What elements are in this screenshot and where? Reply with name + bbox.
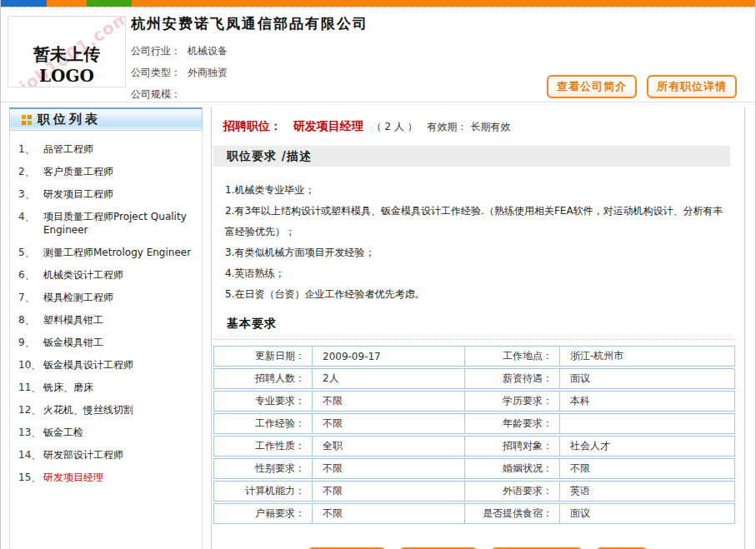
row-value: 2009-09-17: [313, 347, 465, 366]
job-list-item-4[interactable]: 4、项目质量工程师Project Quality Engineer: [18, 210, 197, 237]
item-label: 模具检测工程师: [43, 291, 113, 304]
item-label: 火花机、慢丝线切割: [43, 403, 133, 417]
company-industry-value: 机械设备: [188, 45, 228, 57]
row-value: 2人: [313, 369, 465, 388]
job-detail-panel: 招聘职位： 研发项目经理 （ 2 人 ） 有效期： 长期有效 职位要求 /描述 …: [211, 107, 745, 549]
row-label: 性别要求：: [214, 459, 313, 478]
job-list-item-13[interactable]: 13、钣金工检: [18, 426, 197, 439]
row-label: 计算机能力：: [214, 482, 313, 501]
row-value: 不限: [313, 482, 465, 501]
item-label: 塑料模具钳工: [43, 313, 103, 327]
row-value: 浙江-杭州市: [560, 347, 734, 366]
row-label: 工作性质：: [214, 437, 313, 456]
item-label: 研发部设计工程师: [43, 448, 123, 462]
item-number: 6、: [18, 268, 43, 282]
section-title-requirements: 职位要求 /描述: [213, 146, 730, 167]
item-label: 机械类设计工程师: [43, 268, 123, 282]
table-row: 更新日期： 2009-09-17 工作地点： 浙江-杭州市: [213, 346, 735, 367]
row-value: 英语: [560, 482, 734, 501]
table-row: 工作经验： 不限 年龄要求：: [213, 413, 735, 434]
company-type-value: 外商独资: [188, 67, 228, 78]
item-label: 研发项目经理: [43, 471, 103, 484]
item-label: 钣金模具钳工: [43, 336, 103, 349]
item-number: 5、: [18, 246, 43, 259]
table-row: 户籍要求： 不限 是否提供食宿： 面议: [213, 503, 735, 524]
job-list-item-12[interactable]: 12、火花机、慢丝线切割: [18, 403, 197, 417]
row-label: 外语要求：: [465, 482, 560, 501]
description-line-4: 4.英语熟练；: [225, 263, 725, 284]
row-label: 年龄要求：: [465, 414, 560, 433]
company-type-row: 公司类型：外商独资: [131, 62, 368, 83]
row-label: 招聘对象：: [465, 437, 560, 456]
row-value: 不限: [313, 392, 465, 411]
header-buttons: 查看公司简介 所有职位详情: [547, 75, 737, 98]
topbar-segment-green: [87, 0, 132, 7]
job-list-item-2[interactable]: 2、客户质量工程师: [18, 165, 197, 178]
job-list-item-11[interactable]: 11、铣床、磨床: [18, 381, 197, 394]
row-value: 面议: [560, 369, 734, 388]
job-list-title: 职位列表: [38, 112, 101, 127]
description-line-5: 5.在日资（台资）企业工作经验者优先考虑。: [225, 284, 725, 305]
item-number: 4、: [18, 210, 43, 237]
job-list-item-8[interactable]: 8、塑料模具钳工: [18, 313, 197, 327]
item-label: 品管工程师: [43, 142, 93, 156]
row-label: 招聘人数：: [214, 369, 313, 388]
job-list-item-14[interactable]: 14、研发部设计工程师: [18, 448, 197, 462]
row-label: 工作经验：: [214, 414, 313, 433]
job-headcount: （ 2 人 ）: [372, 121, 418, 132]
item-number: 8、: [18, 313, 43, 327]
row-value: 不限: [313, 459, 465, 478]
job-list-item-3[interactable]: 3、研发项目工程师: [18, 187, 197, 201]
job-list-item-15-active[interactable]: 15、研发项目经理: [18, 471, 197, 484]
row-label: 薪资待遇：: [465, 369, 560, 388]
job-list-item-6[interactable]: 6、机械类设计工程师: [18, 268, 197, 282]
row-value: 不限: [560, 459, 734, 478]
item-number: 2、: [18, 165, 43, 178]
company-logo-placeholder: job1001.com 暂未上传LOGO: [8, 16, 126, 87]
job-description: 1.机械类专业毕业； 2.有3年以上结构设计或塑料模具、钣金模具设计工作经验.（…: [213, 167, 742, 305]
validity-value: 长期有效: [470, 121, 510, 132]
job-list-item-1[interactable]: 1、品管工程师: [18, 142, 197, 156]
topbar-segment-blue: [1, 0, 47, 7]
no-logo-label: 暂未上传LOGO: [8, 43, 125, 86]
job-list-sidebar: 职位列表 1、品管工程师 2、客户质量工程师 3、研发项目工程师 4、项目质量工…: [9, 107, 203, 549]
row-label: 工作地点：: [465, 347, 560, 366]
table-row: 计算机能力： 不限 外语要求： 英语: [213, 481, 735, 502]
job-list: 1、品管工程师 2、客户质量工程师 3、研发项目工程师 4、项目质量工程师Pro…: [9, 131, 203, 549]
company-name: 杭州安费诺飞凤通信部品有限公司: [131, 14, 368, 33]
company-type-label: 公司类型：: [131, 67, 181, 78]
job-list-item-5[interactable]: 5、测量工程师Metrology Engineer: [18, 246, 197, 259]
job-list-item-7[interactable]: 7、模具检测工程师: [18, 291, 197, 304]
dotted-separator: [1, 7, 755, 7]
item-label: 项目质量工程师Project Quality Engineer: [43, 210, 197, 237]
description-line-2: 2.有3年以上结构设计或塑料模具、钣金模具设计工作经验.（熟练使用相关FEA软件…: [225, 201, 725, 242]
row-label: 是否提供食宿：: [465, 504, 560, 523]
body-area: 职位列表 1、品管工程师 2、客户质量工程师 3、研发项目工程师 4、项目质量工…: [1, 102, 755, 549]
item-label: 钣金模具设计工程师: [43, 358, 133, 372]
row-value: 社会人才: [560, 437, 734, 456]
table-row: 招聘人数： 2人 薪资待遇： 面议: [213, 368, 735, 389]
item-number: 12、: [18, 403, 43, 417]
item-number: 9、: [18, 336, 43, 349]
row-label: 专业要求：: [214, 392, 313, 411]
job-list-item-9[interactable]: 9、钣金模具钳工: [18, 336, 197, 349]
description-line-1: 1.机械类专业毕业；: [225, 180, 725, 201]
item-label: 客户质量工程师: [43, 165, 113, 178]
item-label: 铣床、磨床: [43, 381, 93, 394]
job-header: 招聘职位： 研发项目经理 （ 2 人 ） 有效期： 长期有效: [213, 119, 742, 134]
table-row: 专业要求： 不限 学历要求： 本科: [213, 391, 735, 412]
row-label: 婚姻状况：: [465, 459, 560, 478]
item-number: 13、: [18, 426, 43, 439]
company-industry-label: 公司行业：: [131, 45, 181, 57]
job-detail-page: job1001.com 暂未上传LOGO 杭州安费诺飞凤通信部品有限公司 公司行…: [0, 0, 756, 549]
row-label: 学历要求：: [465, 392, 560, 411]
job-list-item-10[interactable]: 10、钣金模具设计工程师: [18, 358, 197, 372]
section-title-basic-requirements: 基本要求: [213, 317, 735, 340]
item-label: 测量工程师Metrology Engineer: [43, 246, 191, 259]
item-number: 1、: [18, 142, 43, 156]
view-company-profile-button[interactable]: 查看公司简介: [547, 75, 637, 98]
row-value: 全职: [313, 437, 465, 456]
all-jobs-detail-button[interactable]: 所有职位详情: [647, 75, 737, 98]
topbar-segment-orange: [47, 0, 87, 7]
row-value: 不限: [313, 504, 465, 523]
